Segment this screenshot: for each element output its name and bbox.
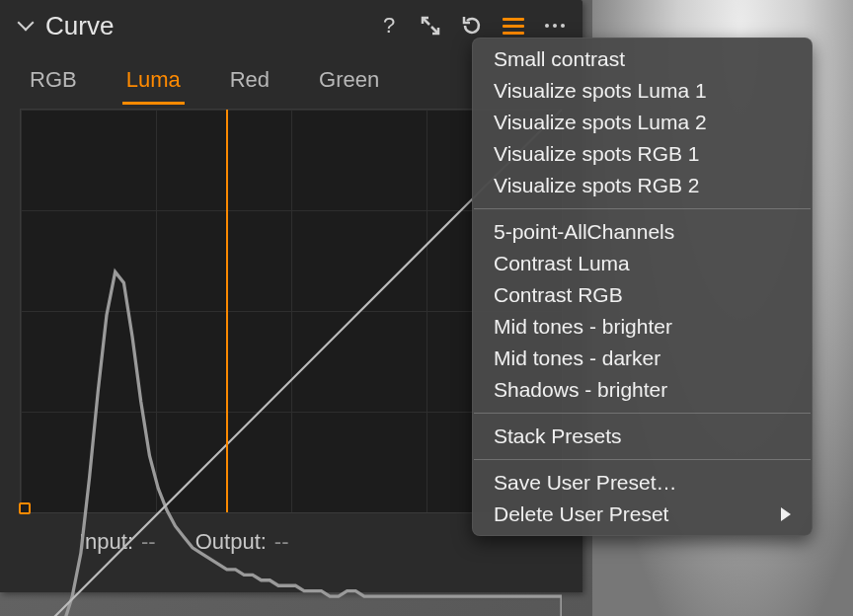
svg-text:?: ? [383, 15, 395, 37]
menu-item[interactable]: Shadows - brighter [472, 374, 813, 406]
menu-item-label: Visualize spots RGB 2 [494, 174, 700, 197]
reset-icon[interactable] [460, 14, 484, 38]
panel-collapse-toggle[interactable]: Curve [20, 11, 114, 41]
presets-menu-button[interactable] [502, 14, 525, 38]
menu-item-label: Mid tones - brighter [494, 315, 672, 339]
curve-marker-line [226, 110, 228, 512]
menu-item-label: Save User Preset… [494, 471, 677, 495]
menu-item[interactable]: Visualize spots Luma 2 [472, 107, 813, 138]
menu-item[interactable]: Mid tones - darker [472, 343, 813, 374]
menu-separator [474, 413, 811, 414]
menu-item[interactable]: Visualize spots RGB 1 [472, 138, 813, 170]
menu-separator [474, 208, 811, 209]
menu-item[interactable]: Contrast RGB [472, 279, 813, 311]
menu-item-label: Contrast RGB [494, 283, 623, 307]
menu-item[interactable]: Small contrast [472, 43, 813, 75]
menu-item[interactable]: Mid tones - brighter [472, 311, 813, 343]
tab-rgb[interactable]: RGB [30, 67, 77, 103]
tab-luma[interactable]: Luma [126, 67, 181, 103]
more-icon [545, 24, 565, 28]
menu-separator [474, 459, 811, 460]
panel-title: Curve [45, 11, 114, 41]
presets-menu: Small contrastVisualize spots Luma 1Visu… [472, 38, 813, 536]
menu-item[interactable]: Delete User Preset [472, 499, 813, 530]
curve-control-point[interactable] [19, 502, 31, 514]
menu-item-label: Visualize spots RGB 1 [494, 142, 700, 166]
hamburger-icon [503, 18, 524, 35]
menu-item-label: 5-point-AllChannels [494, 220, 674, 244]
menu-item[interactable]: Stack Presets [472, 421, 813, 452]
menu-item[interactable]: Contrast Luma [472, 248, 813, 279]
menu-item[interactable]: Save User Preset… [472, 467, 813, 499]
menu-item[interactable]: 5-point-AllChannels [472, 216, 813, 248]
menu-item-label: Mid tones - darker [494, 346, 660, 370]
menu-item-label: Delete User Preset [494, 502, 668, 526]
help-icon[interactable]: ? [377, 14, 401, 38]
menu-item[interactable]: Visualize spots RGB 2 [472, 170, 813, 201]
menu-item-label: Visualize spots Luma 1 [494, 79, 707, 103]
submenu-arrow-icon [781, 507, 791, 521]
panel-actions: ? [377, 14, 567, 38]
chevron-down-icon [18, 15, 35, 32]
tab-red[interactable]: Red [230, 67, 270, 103]
menu-item-label: Visualize spots Luma 2 [494, 111, 707, 134]
menu-item-label: Small contrast [494, 47, 625, 71]
tab-green[interactable]: Green [319, 67, 379, 103]
expand-icon[interactable] [419, 14, 442, 38]
menu-item[interactable]: Visualize spots Luma 1 [472, 75, 813, 107]
menu-item-label: Stack Presets [494, 424, 622, 448]
menu-item-label: Shadows - brighter [494, 378, 667, 402]
more-button[interactable] [543, 14, 567, 38]
menu-item-label: Contrast Luma [494, 252, 630, 275]
